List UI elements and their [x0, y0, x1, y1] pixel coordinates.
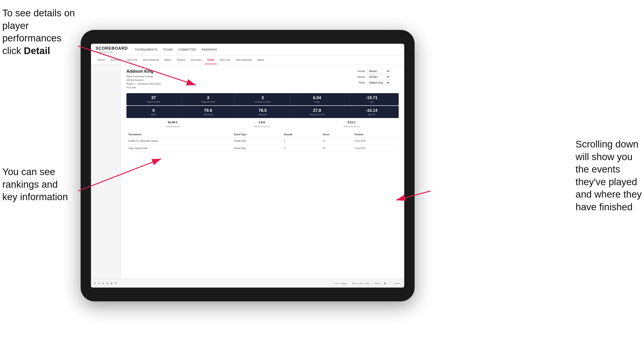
player-filters: Gender Women Men Division NJCAA I NJCAA …: [353, 69, 399, 89]
row2-event-type: Stroke Play: [232, 145, 282, 152]
stat-avg-sg: -10.14 Avg SG: [344, 106, 399, 118]
player-filter-row: Player Addison King: [353, 81, 399, 85]
division-label: Division: [353, 76, 365, 78]
annotation-bottom-left-text: You can seerankings andkey information: [2, 166, 68, 202]
stat-adj-score: 78.5 Adj Score: [236, 106, 290, 118]
records-row: 91-20-1 Overall Record 1-5-0 Record vs t…: [126, 121, 399, 128]
stat-avg-sg-value: -10.14: [346, 108, 397, 113]
player-info: Addison King Mesa Community College NJCA…: [126, 69, 161, 89]
subnav-matrix2[interactable]: Matrix: [254, 56, 267, 64]
stat-national-rank: 37 National Rank: [126, 93, 181, 105]
player-year: First Year: [126, 86, 161, 89]
subnav-detail[interactable]: Detail: [204, 56, 217, 64]
stat-national-rank-value: 37: [128, 95, 179, 100]
row2-position: 7 out of 20: [353, 145, 399, 152]
nav-committee[interactable]: COMMITTEE: [178, 47, 196, 52]
nav-items: TOURNAMENTS TEAMS COMMITTEE RANKINGS: [135, 47, 217, 52]
stat-avg-score: 79.6 Avg Score: [181, 106, 236, 118]
division-filter-row: Division NJCAA I NJCAA II: [353, 75, 399, 79]
record-top50-value: 5-11-1: [344, 121, 359, 124]
table-row: Lady Coyote Invite Stroke Play 2 16 7 ou…: [126, 145, 399, 152]
annotation-detail-bold: Detail: [24, 45, 50, 56]
player-region: Region 1 - Southwest (18) District: [126, 82, 161, 86]
subnav-summary2[interactable]: Summary: [188, 56, 204, 64]
stat-avg-score-label: Avg Score: [183, 113, 234, 116]
player-school: Mesa Community College: [126, 75, 161, 78]
watch-btn[interactable]: Watch: [373, 281, 382, 286]
col-event-type: Event Type: [232, 132, 282, 137]
redo-icon[interactable]: ↻: [98, 282, 100, 285]
subnav-players[interactable]: Players: [174, 56, 188, 64]
stat-conference-rank: 3 Conference Rank: [236, 93, 290, 105]
row1-position: 4 out of 20: [353, 137, 399, 145]
tournament-table: Tournament Event Type Rounds Score Posit…: [126, 132, 399, 152]
logo-area: SCOREBOARD Powered by clippd: [96, 46, 128, 53]
record-top25: 1-5-0 Record vs top 25: [254, 121, 270, 128]
row1-event-type: Stroke Play: [232, 137, 282, 145]
player-select[interactable]: Addison King: [367, 81, 390, 85]
player-division: NJCAA Division 1: [126, 78, 161, 82]
stat-regional-rank-label: Regional Rank: [183, 101, 234, 103]
gender-label: Gender: [353, 70, 365, 72]
record-top25-value: 1-5-0: [254, 121, 270, 124]
nav-bar: SCOREBOARD Powered by clippd TOURNAMENTS…: [91, 44, 404, 56]
stat-regional-rank: 3 Regional Rank: [181, 93, 236, 105]
logo-text: SCOREBOARD: [96, 46, 128, 51]
player-detail: Addison King Mesa Community College NJCA…: [121, 64, 404, 279]
row1-score: 17: [321, 137, 353, 145]
subnav-h2h-heatmap2[interactable]: H2H Heatmap: [233, 56, 255, 64]
subnav-teams[interactable]: Teams: [95, 56, 108, 64]
record-overall-value: 91-20-1: [166, 121, 180, 124]
stat-sos-value: -19.71: [346, 95, 397, 100]
row1-tournament: Estella CC- Mountain Classic: [126, 137, 232, 145]
stat-avg-score-par-label: Avg Score to Par: [292, 113, 342, 116]
undo-icon[interactable]: ↺: [94, 282, 96, 285]
subnav-matrix[interactable]: Matrix: [162, 56, 174, 64]
zoom-out-icon[interactable]: ⊖: [106, 282, 108, 285]
subnav-summary[interactable]: Summary: [108, 56, 124, 64]
stat-conference-rank-label: Conference Rank: [237, 101, 288, 103]
left-sidebar: [91, 64, 121, 279]
annotation-top-left: To see details on player performances cl…: [2, 7, 78, 57]
stat-adj-score-value: 78.5: [237, 108, 288, 113]
player-name: Addison King: [126, 69, 161, 74]
col-position: Position: [353, 132, 399, 137]
stat-avg-sg-label: Avg SG: [346, 113, 397, 116]
annotation-bottom-left: You can seerankings andkey information: [2, 166, 68, 203]
nav-teams[interactable]: TEAMS: [163, 47, 173, 52]
subnav-h2h-grid[interactable]: H2H Grid: [124, 56, 140, 64]
col-tournament: Tournament: [126, 132, 232, 137]
row2-rounds: 2: [282, 145, 321, 152]
stat-avg-score-par: 27.8 Avg Score to Par: [290, 106, 344, 118]
stat-sos: -19.71 SoS: [344, 93, 399, 105]
record-top25-label: Record vs top 25: [254, 125, 270, 128]
record-overall-label: Overall Record: [166, 125, 180, 128]
tablet-screen: SCOREBOARD Powered by clippd TOURNAMENTS…: [91, 44, 404, 288]
record-top50: 5-11-1 Record vs top 50: [344, 121, 359, 128]
zoom-in-icon[interactable]: ⊕: [110, 282, 113, 285]
division-select[interactable]: NJCAA I NJCAA II: [367, 75, 390, 79]
record-overall: 91-20-1 Overall Record: [166, 121, 180, 128]
nav-tournaments[interactable]: TOURNAMENTS: [135, 47, 157, 52]
refresh-icon[interactable]: ⟳: [102, 282, 104, 285]
expand-icon[interactable]: ⛶: [388, 282, 391, 285]
stat-conference-rank-value: 3: [237, 95, 288, 100]
tablet-device: SCOREBOARD Powered by clippd TOURNAMENTS…: [80, 30, 414, 301]
clock-icon[interactable]: ⏱: [114, 282, 117, 285]
stat-points: 6.04 Points: [290, 93, 344, 105]
annotation-top-left-text: To see details on player performances cl…: [2, 7, 75, 56]
stats-grid-row1: 37 National Rank 3 Regional Rank 3 Confe…: [126, 93, 399, 105]
screen-icon[interactable]: 🖥: [384, 282, 386, 285]
subnav-h2h-grid2[interactable]: H2H Grid: [217, 56, 233, 64]
col-rounds: Rounds: [282, 132, 321, 137]
share-btn[interactable]: Share: [393, 281, 402, 286]
view-original-btn[interactable]: View: Original: [332, 281, 348, 286]
table-row: Estella CC- Mountain Classic Stroke Play…: [126, 137, 399, 145]
main-content: Addison King Mesa Community College NJCA…: [91, 64, 404, 279]
stat-adj-score-label: Adj Score: [237, 113, 288, 116]
subnav-h2h-heatmap[interactable]: H2H Heatmap: [140, 56, 162, 64]
nav-rankings[interactable]: RANKINGS: [202, 47, 217, 52]
gender-filter-row: Gender Women Men: [353, 69, 399, 73]
save-custom-btn[interactable]: Save Custom View: [350, 281, 371, 286]
gender-select[interactable]: Women Men: [367, 69, 390, 73]
